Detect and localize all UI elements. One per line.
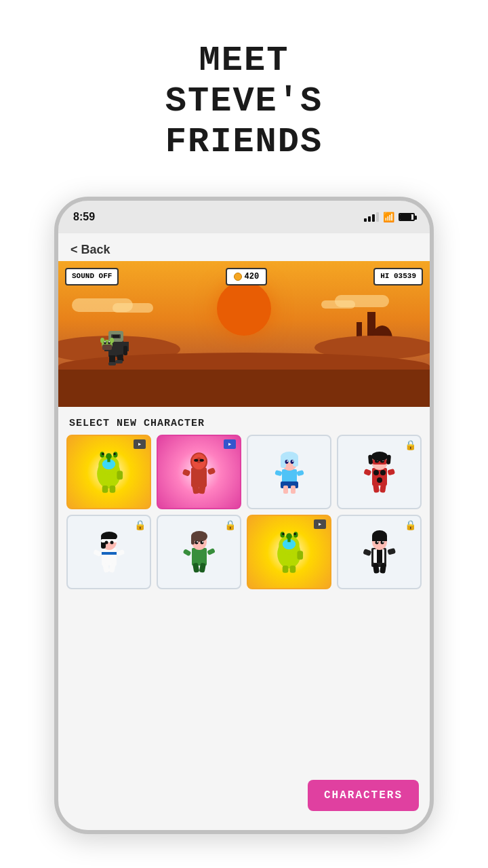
svg-rect-70 [387,469,395,475]
time-display: 8:59 [73,211,95,223]
character-sprite-5 [92,530,127,574]
svg-point-117 [377,541,378,542]
lock-icon-5: 🔒 [134,519,146,531]
character-card-1[interactable] [66,435,151,509]
svg-point-50 [292,460,293,462]
svg-rect-93 [182,549,191,557]
svg-rect-74 [102,552,117,555]
svg-point-17 [100,338,104,343]
tv-badge-1 [134,439,146,449]
lock-icon-6: 🔒 [224,519,236,531]
svg-point-108 [294,532,296,534]
phone-frame: 8:59 📶 < Back [54,197,434,834]
svg-point-59 [377,477,382,483]
character-sprite-8 [362,530,397,574]
character-sprite-4 [362,450,397,494]
character-grid: 🔒 [58,435,430,597]
character-sprite-6 [182,530,217,574]
svg-point-36 [194,459,198,462]
svg-rect-3 [113,335,119,338]
coin-icon [234,273,242,281]
svg-rect-78 [101,539,117,542]
select-character-label: SELECT NEW CHARACTER [58,407,430,435]
status-bar: 8:59 📶 [58,201,430,233]
svg-rect-10 [123,346,127,355]
svg-point-116 [380,540,384,544]
character-card-8[interactable]: 🔒 [337,515,422,589]
svg-point-89 [195,540,198,544]
back-button[interactable]: < Back [58,233,430,261]
battery-icon [399,213,415,221]
svg-rect-73 [102,548,117,566]
running-character [99,326,134,370]
character-card-4[interactable]: 🔒 [337,435,422,509]
svg-rect-104 [287,536,290,542]
tv-badge-7 [314,519,326,529]
svg-rect-120 [387,548,396,555]
sound-button[interactable]: SOUND OFF [65,268,119,285]
svg-rect-55 [291,486,296,494]
svg-point-115 [375,540,378,544]
character-sprite-1 [90,450,127,494]
page-background: MEET STEVE'S FRIENDS 8:59 📶 [0,0,488,868]
svg-point-58 [380,470,386,475]
svg-rect-94 [207,548,216,555]
svg-rect-54 [283,486,288,494]
svg-rect-81 [93,549,102,557]
svg-rect-27 [107,456,110,462]
svg-rect-82 [116,549,125,556]
phone-power-button [432,309,434,350]
svg-point-18 [110,338,114,343]
game-ui-overlay: SOUND OFF 420 HI 03539 [58,268,430,285]
character-card-6[interactable]: 🔒 [157,515,241,589]
ground-base [58,370,430,407]
svg-rect-39 [207,467,216,475]
svg-rect-51 [274,470,282,476]
svg-point-37 [200,459,204,462]
svg-rect-88 [191,536,195,545]
svg-rect-114 [372,536,387,541]
status-icons: 📶 [364,212,415,223]
svg-rect-102 [290,566,296,573]
tv-badge-2 [224,439,236,449]
svg-point-66 [371,452,388,461]
svg-point-91 [197,541,198,542]
svg-rect-56 [372,468,387,486]
hi-score-display: HI 03539 [373,268,423,285]
character-card-5[interactable]: 🔒 [66,515,151,589]
character-sprite-3 [272,450,307,494]
svg-point-16 [108,341,110,342]
svg-rect-53 [281,481,298,488]
svg-rect-100 [297,551,303,559]
svg-rect-9 [115,360,123,363]
svg-rect-19 [102,344,112,350]
character-card-3[interactable] [247,435,331,509]
cloud-4 [321,300,355,309]
wifi-icon: 📶 [383,212,394,223]
lock-icon-8: 🔒 [405,519,416,531]
phone-screen: < Back [58,233,430,830]
svg-rect-69 [363,469,371,476]
svg-point-57 [373,470,379,475]
cloud-2 [113,303,153,313]
svg-point-30 [102,452,104,454]
character-card-2[interactable] [157,435,241,509]
svg-rect-52 [296,470,304,476]
svg-point-31 [114,452,116,454]
svg-rect-119 [363,549,371,556]
signal-icon [364,212,379,222]
svg-point-80 [110,540,113,544]
svg-rect-24 [102,486,108,493]
sun-decoration [217,281,271,336]
svg-point-107 [282,532,284,534]
svg-rect-25 [110,486,116,493]
svg-point-90 [200,540,203,544]
character-card-7[interactable] [247,515,331,589]
lock-icon-4: 🔒 [405,439,416,451]
characters-button[interactable]: CHARACTERS [308,780,419,811]
svg-rect-101 [283,566,289,573]
game-banner: SOUND OFF 420 HI 03539 [58,261,430,407]
svg-rect-38 [182,469,191,476]
svg-point-79 [104,540,108,544]
svg-point-47 [285,460,288,464]
